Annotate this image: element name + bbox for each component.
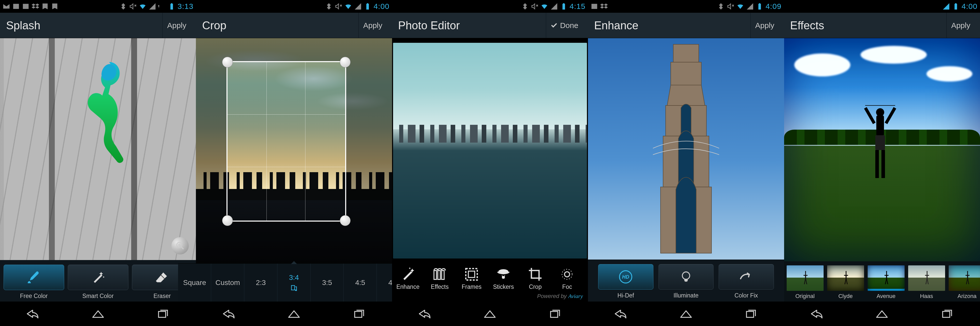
- action-bar: Effects Apply: [784, 13, 980, 38]
- brush-icon: [27, 270, 41, 285]
- nav-home-button[interactable]: [483, 309, 497, 319]
- nav-home-button[interactable]: [287, 309, 301, 319]
- ratio-custom[interactable]: Custom: [211, 264, 244, 302]
- effects-filter-strip[interactable]: Original Clyde Avenue Haas Arizona: [784, 261, 980, 302]
- filter-arizona[interactable]: Arizona: [949, 266, 980, 299]
- status-clock: 4:15: [570, 2, 585, 11]
- crop-icon: [528, 267, 543, 282]
- nav-home-button[interactable]: [91, 309, 105, 319]
- editor-toolbar[interactable]: Enhance Effects Frames Stickers Crop Foc: [392, 263, 588, 292]
- svg-rect-18: [881, 150, 885, 178]
- photo-canvas[interactable]: [0, 38, 196, 260]
- page-title: Splash: [6, 19, 40, 32]
- ratio-square[interactable]: Square: [178, 264, 211, 302]
- battery-icon: [756, 3, 764, 10]
- rotate-icon: [290, 284, 298, 292]
- signal-icon: [746, 3, 754, 10]
- nav-bar: [196, 302, 392, 326]
- status-clock: 4:00: [962, 2, 977, 11]
- tool-color-fix[interactable]: Color Fix: [719, 264, 774, 299]
- signal-icon: [148, 3, 156, 10]
- mute-icon: [335, 3, 342, 10]
- svg-point-14: [876, 108, 884, 116]
- action-bar: Splash Apply: [0, 13, 196, 38]
- person-silhouette: [864, 105, 897, 189]
- screen-effects: 4:00 Effects Apply: [784, 0, 980, 326]
- nav-recent-button[interactable]: [156, 309, 170, 319]
- svg-rect-20: [885, 107, 896, 124]
- tool-crop[interactable]: Crop: [519, 267, 551, 290]
- mute-icon: [531, 3, 539, 10]
- battery-icon: [364, 3, 371, 10]
- play-store-icon: [41, 3, 49, 10]
- zoom-in-button[interactable]: [172, 237, 189, 254]
- nav-recent-button[interactable]: [548, 309, 563, 319]
- done-button[interactable]: Done: [546, 13, 583, 38]
- color-fix-icon: [739, 269, 754, 284]
- screen-crop: 4:00 Crop Apply Square Custom 2:3 3:4 3: [196, 0, 392, 326]
- battery-icon: [560, 3, 568, 10]
- crop-handle-tl[interactable]: [222, 57, 233, 67]
- stickers-icon: [496, 267, 511, 282]
- tool-enhance[interactable]: Enhance: [392, 267, 424, 290]
- filter-haas[interactable]: Haas: [908, 266, 945, 299]
- bulb-icon: [679, 269, 694, 284]
- ratio-4-5[interactable]: 4:5: [344, 264, 377, 302]
- status-bar: 4:09: [588, 0, 784, 13]
- status-clock: 4:00: [374, 2, 389, 11]
- wifi-icon: [139, 3, 146, 10]
- tool-free-color[interactable]: Free Color: [3, 265, 64, 299]
- nav-recent-button[interactable]: [352, 309, 367, 319]
- apply-button[interactable]: Apply: [358, 13, 387, 38]
- photo-canvas[interactable]: [196, 38, 392, 263]
- nav-back-button[interactable]: [25, 309, 40, 319]
- check-icon: [551, 22, 557, 29]
- filter-original[interactable]: Original: [787, 266, 824, 299]
- signal-icon: [354, 3, 362, 10]
- tool-focus[interactable]: Foc: [551, 267, 583, 290]
- status-bar: 4:00: [196, 0, 392, 13]
- nav-home-button[interactable]: [875, 309, 889, 319]
- focus-icon: [559, 267, 575, 282]
- tool-effects[interactable]: Effects: [424, 267, 456, 290]
- dropbox-icon: [600, 3, 608, 10]
- filter-avenue[interactable]: Avenue: [868, 266, 905, 299]
- nav-home-button[interactable]: [679, 309, 693, 319]
- mail-icon: [3, 3, 10, 10]
- filter-clyde[interactable]: Clyde: [827, 266, 864, 299]
- ratio-2-3[interactable]: 2:3: [244, 264, 277, 302]
- ratio-3-4[interactable]: 3:4: [277, 264, 310, 302]
- nav-back-button[interactable]: [613, 309, 628, 319]
- apply-button[interactable]: Apply: [751, 13, 779, 38]
- nav-back-button[interactable]: [810, 309, 824, 319]
- crop-ratio-strip[interactable]: Square Custom 2:3 3:4 3:5 4:5 4:6: [178, 263, 392, 302]
- tool-smart-color[interactable]: Smart Color: [68, 265, 128, 299]
- screen-photo-editor: 4:15 Photo Editor Done Enhance Effects F…: [392, 0, 588, 326]
- eraser-icon: [154, 270, 169, 285]
- tool-stickers[interactable]: Stickers: [488, 267, 519, 290]
- nav-back-button[interactable]: [222, 309, 236, 319]
- crop-frame[interactable]: [226, 61, 346, 221]
- screen-enhance: 4:09 Enhance Apply: [588, 0, 784, 326]
- tool-hi-def[interactable]: Hi-Def: [598, 264, 653, 299]
- apply-button[interactable]: Apply: [162, 13, 191, 38]
- nav-bar: [0, 302, 196, 326]
- ratio-3-5[interactable]: 3:5: [310, 264, 344, 302]
- action-bar: Crop Apply: [196, 13, 392, 38]
- photo-canvas[interactable]: [784, 38, 980, 261]
- tool-illuminate[interactable]: Illuminate: [659, 264, 714, 299]
- nav-back-button[interactable]: [417, 309, 432, 319]
- tool-frames[interactable]: Frames: [456, 267, 488, 290]
- svg-rect-9: [673, 44, 699, 62]
- wifi-icon: [737, 3, 744, 10]
- nav-recent-button[interactable]: [940, 309, 955, 319]
- powered-by: Powered by Aviary: [392, 292, 588, 302]
- photo-content: [784, 38, 980, 261]
- effects-icon: [432, 267, 447, 282]
- svg-rect-17: [875, 150, 879, 178]
- nav-recent-button[interactable]: [744, 309, 758, 319]
- photo-canvas[interactable]: [588, 38, 784, 259]
- photo-canvas[interactable]: [392, 38, 588, 263]
- apply-button[interactable]: Apply: [947, 13, 975, 38]
- frames-icon: [464, 267, 479, 282]
